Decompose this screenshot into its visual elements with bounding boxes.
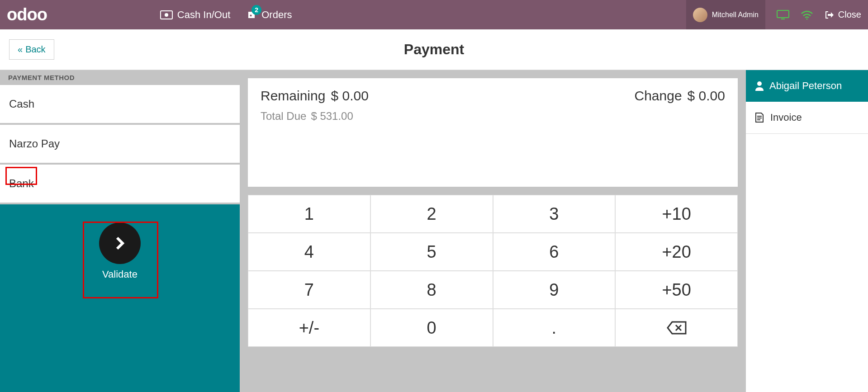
document-icon: [755, 112, 764, 123]
right-rest: [746, 134, 868, 392]
numpad-row-1: 1 2 3 +10: [248, 195, 738, 233]
change-label: Change: [634, 88, 682, 104]
svg-rect-1: [781, 19, 785, 19]
total-due: Total Due $ 531.00: [261, 110, 725, 123]
svg-point-3: [757, 81, 762, 86]
orders-label: Orders: [261, 9, 292, 21]
numpad-row-2: 4 5 6 +20: [248, 233, 738, 271]
customer-button[interactable]: Abigail Peterson: [746, 70, 868, 102]
remaining: Remaining $ 0.00: [261, 88, 369, 104]
orders-badge: 2: [251, 5, 261, 15]
numpad-5[interactable]: 5: [370, 233, 493, 271]
numpad-row-3: 7 8 9 +50: [248, 271, 738, 309]
total-due-label: Total Due: [261, 110, 306, 123]
backspace-icon: [667, 321, 687, 335]
close-label: Close: [838, 9, 861, 20]
validate-panel[interactable]: Validate: [0, 204, 240, 392]
top-navbar: odoo Cash In/Out 2 Orders Mitchell Admin: [0, 0, 868, 29]
payment-method-bank[interactable]: Bank: [0, 165, 240, 204]
numpad-7[interactable]: 7: [248, 271, 370, 309]
numpad: 1 2 3 +10 4 5 6 +20 7 8 9 +50 +/- 0 .: [248, 195, 738, 347]
numpad-plus10[interactable]: +10: [615, 195, 738, 233]
svg-rect-0: [777, 10, 789, 18]
chevron-left-icon: «: [18, 44, 23, 55]
remaining-value: $ 0.00: [331, 88, 368, 104]
close-button[interactable]: Close: [825, 9, 861, 20]
numpad-plusminus[interactable]: +/-: [248, 309, 370, 347]
numpad-plus50[interactable]: +50: [615, 271, 738, 309]
orders-icon-wrap: 2: [246, 9, 257, 20]
numpad-4[interactable]: 4: [248, 233, 370, 271]
payment-method-header: PAYMENT METHOD: [0, 70, 240, 85]
navbar-right: Mitchell Admin Close: [686, 0, 861, 29]
logo-text: odoo: [7, 5, 47, 24]
logo[interactable]: odoo: [7, 5, 47, 24]
numpad-0[interactable]: 0: [370, 309, 493, 347]
total-due-value: $ 531.00: [311, 110, 353, 123]
remaining-label: Remaining: [261, 88, 325, 104]
close-icon: [825, 10, 835, 19]
numpad-dot[interactable]: .: [493, 309, 616, 347]
payment-method-narzo[interactable]: Narzo Pay: [0, 125, 240, 165]
invoice-label: Invoice: [770, 112, 802, 123]
amount-panel: Remaining $ 0.00 Change $ 0.00 Total Due…: [248, 78, 738, 187]
cash-in-out-button[interactable]: Cash In/Out: [160, 9, 230, 21]
page-title: Payment: [404, 41, 464, 58]
avatar: [693, 8, 707, 22]
numpad-backspace[interactable]: [615, 309, 738, 347]
payment-method-cash[interactable]: Cash: [0, 85, 240, 125]
nav-items: Cash In/Out 2 Orders: [160, 9, 292, 21]
right-column: Abigail Peterson Invoice: [746, 70, 868, 392]
left-column: PAYMENT METHOD Cash Narzo Pay Bank Valid…: [0, 70, 240, 392]
back-label: Back: [25, 44, 45, 55]
numpad-6[interactable]: 6: [493, 233, 616, 271]
svg-point-2: [806, 18, 807, 19]
cash-icon: [160, 10, 173, 19]
numpad-2[interactable]: 2: [370, 195, 493, 233]
payment-method-list: Cash Narzo Pay Bank: [0, 85, 240, 204]
change-value: $ 0.00: [688, 88, 725, 104]
user-menu[interactable]: Mitchell Admin: [686, 0, 765, 29]
person-icon: [755, 81, 764, 91]
numpad-1[interactable]: 1: [248, 195, 370, 233]
user-name: Mitchell Admin: [712, 11, 759, 19]
back-button[interactable]: « Back: [9, 39, 54, 60]
highlight-box-validate: [83, 222, 158, 298]
wifi-icon: [801, 10, 813, 20]
customer-name: Abigail Peterson: [769, 80, 842, 92]
highlight-box-bank: [5, 167, 37, 185]
numpad-8[interactable]: 8: [370, 271, 493, 309]
cash-label: Cash In/Out: [177, 9, 230, 21]
invoice-button[interactable]: Invoice: [746, 102, 868, 134]
change: Change $ 0.00: [634, 88, 725, 104]
center-column: Remaining $ 0.00 Change $ 0.00 Total Due…: [240, 70, 746, 392]
numpad-9[interactable]: 9: [493, 271, 616, 309]
header-bar: « Back Payment: [0, 29, 868, 70]
monitor-icon: [777, 10, 789, 20]
main: PAYMENT METHOD Cash Narzo Pay Bank Valid…: [0, 70, 868, 392]
numpad-3[interactable]: 3: [493, 195, 616, 233]
numpad-plus20[interactable]: +20: [615, 233, 738, 271]
orders-button[interactable]: 2 Orders: [246, 9, 292, 21]
numpad-row-4: +/- 0 .: [248, 309, 738, 347]
amount-row: Remaining $ 0.00 Change $ 0.00: [261, 88, 725, 104]
